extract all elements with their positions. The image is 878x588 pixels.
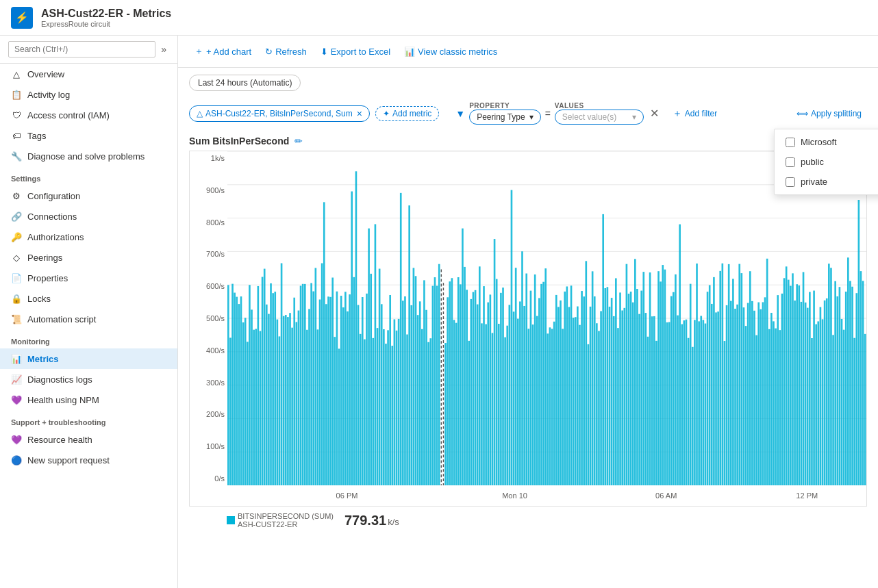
svg-rect-174 <box>575 317 577 485</box>
property-dropdown[interactable]: Peering Type ▾ <box>469 110 541 125</box>
dropdown-option-Microsoft[interactable]: Microsoft <box>775 132 878 152</box>
svg-rect-173 <box>573 318 575 485</box>
svg-rect-86 <box>387 330 389 485</box>
svg-rect-120 <box>460 284 462 485</box>
legend-value-block: 779.31 k/s <box>344 513 399 528</box>
svg-rect-189 <box>607 287 609 485</box>
svg-rect-262 <box>762 302 764 485</box>
svg-rect-136 <box>494 239 496 485</box>
svg-rect-38 <box>285 315 287 485</box>
classic-metrics-button[interactable]: 📊 View classic metrics <box>399 44 503 60</box>
add-filter-button[interactable]: ＋ Add filter <box>667 105 723 122</box>
svg-rect-64 <box>340 296 342 485</box>
export-button[interactable]: ⬇ Export to Excel <box>315 44 396 60</box>
svg-rect-162 <box>549 327 551 485</box>
svg-rect-118 <box>455 323 457 485</box>
svg-rect-44 <box>298 311 300 485</box>
svg-rect-220 <box>673 292 675 485</box>
svg-rect-158 <box>540 284 542 485</box>
svg-rect-171 <box>568 307 570 485</box>
add-metric-button[interactable]: ✦ Add metric <box>375 106 439 121</box>
sidebar-icon-locks: 🔒 <box>11 293 22 304</box>
monitoring-section-label: Monitoring <box>0 329 177 348</box>
clear-icon: ✕ <box>650 107 659 120</box>
filter-section: ▼ PROPERTY Peering Type ▾ = VALUES Selec… <box>455 102 662 125</box>
svg-rect-237 <box>709 285 711 485</box>
values-dropdown-popup: Microsoftpublicprivate <box>774 129 878 195</box>
clear-filter-button[interactable]: ✕ <box>648 107 662 120</box>
svg-rect-59 <box>329 297 331 485</box>
add-chart-button[interactable]: ＋ + Add chart <box>189 42 257 60</box>
svg-rect-101 <box>419 301 421 485</box>
y-axis-label: 800/s <box>192 218 225 227</box>
search-input[interactable] <box>8 41 155 57</box>
svg-rect-217 <box>666 322 668 485</box>
svg-rect-208 <box>647 337 649 485</box>
add-chart-icon: ＋ <box>195 45 203 57</box>
sidebar-label-health-npm: Health using NPM <box>27 395 99 405</box>
svg-rect-76 <box>366 294 368 485</box>
sidebar-item-automation-script[interactable]: 📜Automation script <box>0 309 177 329</box>
sidebar-label-peerings: Peerings <box>27 253 62 263</box>
svg-rect-97 <box>410 305 412 485</box>
dropdown-option-private[interactable]: private <box>775 172 878 192</box>
sidebar-icon-tags: 🏷 <box>11 130 22 141</box>
sidebar-item-new-support[interactable]: 🔵New support request <box>0 450 177 470</box>
svg-rect-79 <box>372 338 374 485</box>
property-label: PROPERTY <box>469 102 510 110</box>
svg-rect-87 <box>389 295 391 485</box>
time-range-button[interactable]: Last 24 hours (Automatic) <box>189 75 301 91</box>
values-dropdown[interactable]: Select value(s) ▾ <box>555 110 644 125</box>
svg-rect-169 <box>564 292 566 485</box>
sidebar-item-overview[interactable]: △Overview <box>0 64 177 84</box>
svg-rect-16 <box>238 304 240 485</box>
sidebar-item-metrics[interactable]: 📊Metrics <box>0 348 177 369</box>
sidebar-item-properties[interactable]: 📄Properties <box>0 268 177 288</box>
svg-rect-35 <box>279 336 281 485</box>
svg-rect-182 <box>592 271 594 485</box>
apply-splitting-button[interactable]: ⟺ Apply splitting <box>791 107 867 120</box>
svg-rect-245 <box>726 305 728 485</box>
sidebar-item-authorizations[interactable]: 🔑Authorizations <box>0 227 177 247</box>
sidebar-item-resource-health[interactable]: 💜Resource health <box>0 429 177 450</box>
sidebar-icon-peerings: ◇ <box>11 252 22 263</box>
svg-rect-195 <box>619 292 621 485</box>
chart-inner <box>227 151 866 485</box>
svg-rect-239 <box>713 277 715 485</box>
sidebar-item-access-control[interactable]: 🛡Access control (IAM) <box>0 105 177 125</box>
checkbox-public[interactable] <box>786 157 795 167</box>
svg-rect-99 <box>415 276 417 485</box>
sidebar-item-tags[interactable]: 🏷Tags <box>0 125 177 146</box>
sidebar-item-connections[interactable]: 🔗Connections <box>0 206 177 227</box>
svg-rect-227 <box>688 338 690 485</box>
splitting-label: Apply splitting <box>811 109 862 118</box>
refresh-button[interactable]: ↻ Refresh <box>260 44 312 60</box>
svg-rect-20 <box>247 342 249 485</box>
svg-rect-214 <box>660 281 662 485</box>
svg-rect-250 <box>736 305 738 485</box>
svg-rect-115 <box>449 281 451 485</box>
checkbox-Microsoft[interactable] <box>786 138 795 147</box>
svg-rect-72 <box>358 305 360 485</box>
collapse-sidebar-button[interactable]: » <box>158 44 169 55</box>
sidebar-item-activity-log[interactable]: 📋Activity log <box>0 84 177 105</box>
sidebar-item-diagnose[interactable]: 🔧Diagnose and solve problems <box>0 146 177 166</box>
sidebar-item-locks[interactable]: 🔒Locks <box>0 288 177 309</box>
checkbox-private[interactable] <box>786 177 795 187</box>
y-axis-label: 0/s <box>192 474 225 483</box>
metric-tag-close[interactable]: × <box>357 108 362 119</box>
svg-rect-187 <box>602 214 604 485</box>
sidebar-item-peerings[interactable]: ◇Peerings <box>0 247 177 268</box>
svg-rect-179 <box>585 261 587 485</box>
svg-rect-133 <box>487 303 489 485</box>
svg-rect-270 <box>779 330 781 485</box>
svg-rect-157 <box>538 298 540 485</box>
svg-rect-91 <box>398 319 400 485</box>
sidebar-item-health-npm[interactable]: 💜Health using NPM <box>0 389 177 410</box>
svg-rect-15 <box>236 297 238 485</box>
dropdown-option-public[interactable]: public <box>775 152 878 172</box>
svg-rect-198 <box>626 264 628 485</box>
sidebar-item-diagnostics-logs[interactable]: 📈Diagnostics logs <box>0 369 177 389</box>
edit-chart-title-icon[interactable]: ✏ <box>294 136 303 146</box>
sidebar-item-configuration[interactable]: ⚙Configuration <box>0 186 177 206</box>
